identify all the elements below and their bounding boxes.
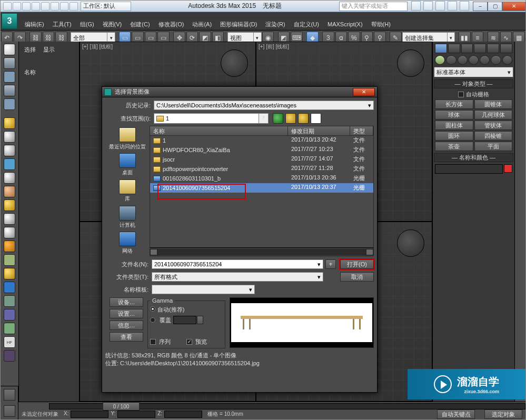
gamma-override-value[interactable] xyxy=(173,316,196,324)
menu-create[interactable]: 创建(C) xyxy=(126,21,154,28)
object-name-input[interactable] xyxy=(435,164,503,174)
strip-icon[interactable] xyxy=(4,131,15,143)
help2-icon[interactable] xyxy=(460,1,469,11)
close-button[interactable]: ✕ xyxy=(502,2,525,11)
strip-icon[interactable] xyxy=(4,145,15,156)
obj-torus[interactable]: 圆环 xyxy=(435,131,473,141)
cmd-tab-create[interactable] xyxy=(435,44,447,53)
file-row[interactable]: 0016028603110301_b 2017/10/13 20:36光栅 xyxy=(150,174,373,183)
place-network[interactable]: 网络 xyxy=(105,230,150,256)
strip-icon[interactable] xyxy=(4,199,15,211)
file-row[interactable]: pdftopowerpointconverter 2017/7/27 11:28… xyxy=(150,164,373,174)
obj-geosphere[interactable]: 几何球体 xyxy=(474,110,513,119)
strip-icon[interactable] xyxy=(4,213,15,225)
cmd-tab-utilities[interactable] xyxy=(500,44,512,53)
subtab-geometry[interactable] xyxy=(435,55,445,65)
col-name[interactable]: 名称 xyxy=(150,126,288,135)
menu-help[interactable]: 帮助(H) xyxy=(367,21,395,28)
cloud-icon[interactable] xyxy=(435,1,445,11)
star-icon[interactable] xyxy=(448,1,457,11)
qat-button[interactable] xyxy=(13,2,21,11)
strip-icon[interactable] xyxy=(4,158,15,170)
view-button[interactable]: 查看 xyxy=(110,332,143,342)
preview-checkbox[interactable] xyxy=(186,339,192,345)
back-icon[interactable] xyxy=(273,113,283,124)
timeslider-thumb[interactable]: 0 / 100 xyxy=(103,402,140,411)
obj-box[interactable]: 长方体 xyxy=(435,99,473,109)
filename-input[interactable]: 201410060907356515204▾ xyxy=(152,259,323,269)
place-libs[interactable]: 库 xyxy=(105,178,150,204)
lookin-drop[interactable]: ▾ xyxy=(259,113,269,124)
filetype-combo[interactable]: 所有格式▾ xyxy=(152,272,323,282)
gamma-spinner[interactable] xyxy=(197,316,203,324)
qat-button[interactable] xyxy=(70,2,78,11)
file-row[interactable]: HWPDFOCR80_XiaZaiBa 2017/7/27 10:23文件 xyxy=(150,145,373,155)
strip-icon[interactable] xyxy=(4,389,15,401)
minimize-button[interactable]: – xyxy=(473,2,488,11)
new-folder-icon[interactable] xyxy=(298,113,309,124)
signin-icon[interactable] xyxy=(423,1,433,11)
strip-icon[interactable] xyxy=(4,282,15,293)
subtab-shapes[interactable] xyxy=(446,55,456,65)
strip-icon[interactable] xyxy=(4,98,15,110)
menu-tools[interactable]: 工具(T) xyxy=(48,21,76,28)
tab-select[interactable]: 选择 xyxy=(24,46,36,54)
obj-pyramid[interactable]: 四棱锥 xyxy=(474,131,513,141)
viewcube-icon[interactable] xyxy=(397,49,424,77)
menu-view[interactable]: 视图(V) xyxy=(98,21,126,28)
place-recent[interactable]: 最近访问的位置 xyxy=(105,126,150,152)
place-computer[interactable]: 计算机 xyxy=(105,204,150,231)
obj-tube[interactable]: 管状体 xyxy=(474,121,513,130)
app-icon[interactable]: 3 xyxy=(2,13,17,29)
object-color-swatch[interactable] xyxy=(504,164,512,173)
menu-edit[interactable]: 编辑(E) xyxy=(21,21,48,28)
qat-button[interactable] xyxy=(22,2,31,11)
add-button[interactable]: + xyxy=(325,259,336,269)
file-list-scrollbar[interactable] xyxy=(150,247,373,256)
viewcube-icon[interactable] xyxy=(221,49,248,77)
gamma-override-radio[interactable] xyxy=(150,317,155,323)
file-list[interactable]: 名称 修改日期 类型 1 2017/10/13 20:42文件 HWPDFOCR… xyxy=(150,126,374,256)
subtab-cameras[interactable] xyxy=(469,55,479,65)
strip-icon[interactable] xyxy=(4,405,15,417)
menu-group[interactable]: 组(G) xyxy=(76,21,98,28)
selobj-button[interactable]: 选定对象 xyxy=(484,409,522,419)
menu-modifiers[interactable]: 修改器(O) xyxy=(154,21,188,28)
teapot-icon[interactable] xyxy=(4,44,15,55)
coord-z[interactable] xyxy=(164,411,202,418)
obj-teapot[interactable]: 茶壶 xyxy=(435,142,473,151)
up-folder-icon[interactable] xyxy=(285,113,296,124)
strip-icon[interactable] xyxy=(4,186,15,197)
menu-render[interactable]: 渲染(R) xyxy=(261,21,289,28)
cmd-tab-modify[interactable] xyxy=(448,44,460,53)
strip-icon[interactable] xyxy=(4,268,15,279)
viewcube-icon[interactable] xyxy=(397,229,424,257)
category-combo[interactable]: 标准基本体▾ xyxy=(434,67,513,77)
file-row-selected[interactable]: 201410060907356515204 2017/10/13 20:37光栅 xyxy=(150,183,373,193)
info-button[interactable]: 信息… xyxy=(110,321,143,330)
help-search-input[interactable]: 键入关键字或短语 xyxy=(339,2,408,11)
template-combo[interactable]: ▾ xyxy=(152,285,255,294)
obj-sphere[interactable]: 球体 xyxy=(435,110,473,119)
coord-x[interactable] xyxy=(71,411,108,418)
history-combo[interactable]: C:\Users\dell\Documents\3dsMax\sceneasse… xyxy=(154,101,374,110)
qat-button[interactable] xyxy=(32,2,40,11)
strip-icon[interactable] xyxy=(4,57,15,69)
strip-icon[interactable] xyxy=(4,227,15,238)
gamma-auto-radio[interactable] xyxy=(150,306,155,312)
qat-button[interactable] xyxy=(51,2,59,11)
rollout-object-type[interactable]: — 对象类型 — xyxy=(434,79,513,88)
autogrid-checkbox[interactable] xyxy=(458,92,464,97)
menu-customize[interactable]: 自定义(U) xyxy=(290,21,323,28)
workspace-combo[interactable]: 工作区: 默认 xyxy=(81,2,131,11)
obj-plane[interactable]: 平面 xyxy=(474,142,513,151)
obj-cylinder[interactable]: 圆柱体 xyxy=(435,121,473,130)
subtab-space[interactable] xyxy=(491,55,501,65)
strip-icon[interactable] xyxy=(4,323,15,334)
cmd-tab-display[interactable] xyxy=(487,44,499,53)
qat-button[interactable] xyxy=(60,2,68,11)
tab-display[interactable]: 显示 xyxy=(43,46,55,54)
strip-icon[interactable] xyxy=(4,172,15,184)
devices-button[interactable]: 设备… xyxy=(110,297,143,307)
qat-button[interactable] xyxy=(3,2,12,11)
